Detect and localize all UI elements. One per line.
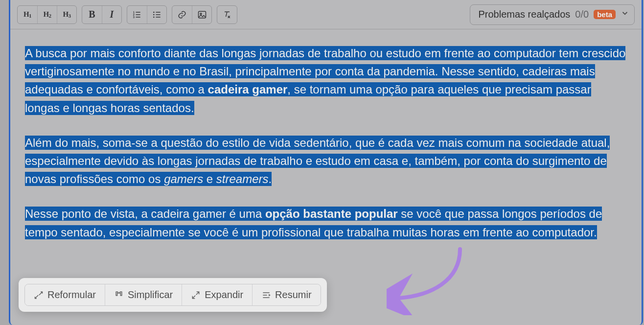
svg-point-4 <box>153 14 155 15</box>
svg-point-3 <box>153 11 155 13</box>
summarize-label: Resumir <box>275 289 311 301</box>
simplify-label: Simplificar <box>128 289 173 301</box>
paragraph: A busca por mais conforto diante das lon… <box>25 44 627 117</box>
expand-icon <box>191 290 201 300</box>
svg-text:3: 3 <box>133 15 135 18</box>
chevron-down-icon <box>621 9 629 20</box>
simplify-button[interactable]: Simplificar <box>105 284 182 305</box>
bold-button[interactable]: B <box>82 6 102 23</box>
ordered-list-icon: 123 <box>132 10 142 20</box>
ordered-list-button[interactable]: 123 <box>127 6 147 23</box>
problems-label: Problemas realçados <box>478 9 570 20</box>
insert-group <box>172 5 212 24</box>
summarize-button[interactable]: Resumir <box>252 284 320 305</box>
italic-button[interactable]: I <box>102 6 121 23</box>
clear-formatting-button[interactable] <box>217 6 237 23</box>
beta-badge: beta <box>594 10 616 19</box>
unordered-list-button[interactable] <box>147 6 166 23</box>
heading-group: H1 H2 H3 <box>17 5 77 24</box>
paragraph: Nesse ponto de vista, a cadeira gamer é … <box>25 205 627 241</box>
image-icon <box>197 10 207 20</box>
expand-label: Expandir <box>205 289 243 301</box>
link-button[interactable] <box>172 6 192 23</box>
paragraph: Além do mais, soma-se a questão do estil… <box>25 134 627 188</box>
heading-2-button[interactable]: H2 <box>37 6 57 23</box>
editor-toolbar: H1 H2 H3 B I 123 <box>10 0 642 29</box>
clear-format-icon <box>222 10 232 20</box>
heading-3-button[interactable]: H3 <box>57 6 76 23</box>
editor-content[interactable]: A busca por mais conforto diante das lon… <box>10 29 642 273</box>
reformulate-label: Reformular <box>47 289 96 301</box>
reformulate-button[interactable]: Reformular <box>25 284 105 305</box>
format-group: B I <box>82 5 122 24</box>
editor-frame: H1 H2 H3 B I 123 <box>9 0 643 325</box>
selection-actions-toolbar: Reformular Simplificar Expandir Resumir <box>19 278 327 312</box>
svg-point-7 <box>200 13 202 14</box>
svg-point-5 <box>153 16 155 18</box>
simplify-icon <box>114 290 124 300</box>
svg-rect-6 <box>198 11 206 18</box>
clear-group <box>217 5 237 24</box>
problems-dropdown[interactable]: Problemas realçados 0/0 beta <box>470 4 635 25</box>
unordered-list-icon <box>152 10 162 20</box>
selected-text: A busca por mais conforto diante das lon… <box>25 46 625 115</box>
image-button[interactable] <box>192 6 211 23</box>
selected-text: Além do mais, soma-se a questão do estil… <box>25 136 610 186</box>
problems-count: 0/0 <box>575 9 589 20</box>
expand-button[interactable]: Expandir <box>182 284 252 305</box>
link-icon <box>177 10 187 20</box>
list-group: 123 <box>127 5 167 24</box>
summarize-icon <box>261 290 271 300</box>
heading-1-button[interactable]: H1 <box>18 6 37 23</box>
selected-text: Nesse ponto de vista, a cadeira gamer é … <box>25 207 602 239</box>
reformulate-icon <box>34 290 44 300</box>
